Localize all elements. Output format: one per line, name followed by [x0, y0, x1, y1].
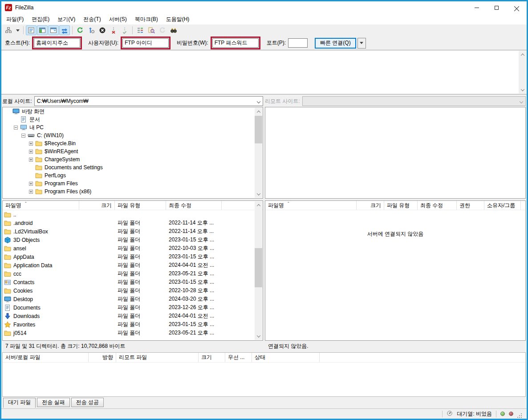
menu-item-5[interactable]: 북마크(B) [131, 14, 162, 24]
tree-item[interactable]: 바탕 화면 [3, 107, 263, 115]
file-row[interactable]: Downloads파일 폴더2024-04-01 오전 ... [3, 312, 263, 320]
tree-expander-minus-icon[interactable] [14, 126, 18, 130]
scrollbar-thumb[interactable] [255, 248, 262, 287]
local-list-scrollbar[interactable] [255, 201, 262, 340]
file-row[interactable]: .. [3, 210, 263, 219]
tree-item[interactable]: 문서 [3, 115, 263, 123]
file-row[interactable]: Desktop파일 폴더2024-03-20 오후 ... [3, 295, 263, 303]
file-row[interactable]: AppData파일 폴더2023-01-15 오후 ... [3, 253, 263, 261]
quickconnect-button[interactable]: 빠른 연결(Q) [315, 38, 356, 49]
scroll-up-icon[interactable] [255, 201, 262, 209]
column-header[interactable]: 서버/로컬 파일 [3, 353, 89, 362]
column-header[interactable]: 파일 유형 [384, 201, 418, 210]
cancel-operation-button[interactable] [97, 25, 108, 35]
column-header[interactable]: 크기 [357, 201, 384, 210]
column-header[interactable]: 우선 ... [225, 353, 252, 362]
tree-item[interactable]: Program Files (x86) [3, 188, 263, 196]
column-header[interactable]: 권한 [457, 201, 484, 210]
queue-tab-2[interactable]: 전송 성공 [71, 398, 104, 407]
message-log-pane[interactable] [1, 50, 527, 94]
toggle-remote-tree-button[interactable] [48, 25, 59, 35]
file-row[interactable]: ccc파일 폴더2023-05-21 오후 ... [3, 269, 263, 278]
column-header[interactable]: 파일명ˆ [265, 201, 357, 210]
column-header[interactable]: 크기 [79, 201, 115, 210]
tree-expander-plus-icon[interactable] [29, 142, 33, 146]
scroll-up-icon[interactable] [519, 51, 526, 58]
scroll-up-icon[interactable] [255, 108, 262, 115]
queue-tab-0[interactable]: 대기 파일 [3, 398, 36, 408]
file-row[interactable]: Favorites파일 폴더2023-01-15 오후 ... [3, 320, 263, 329]
toggle-message-log-button[interactable] [26, 25, 37, 35]
menu-item-0[interactable]: 파일(F) [2, 14, 28, 24]
file-row[interactable]: .android파일 폴더2022-11-14 오후 ... [3, 219, 263, 227]
file-row[interactable]: 3D Objects파일 폴더2023-01-15 오후 ... [3, 236, 263, 244]
minimize-button[interactable] [467, 1, 487, 14]
tree-item[interactable]: $Recycle.Bin [3, 139, 263, 147]
menu-item-3[interactable]: 전송(T) [79, 14, 105, 24]
queue-tab-1[interactable]: 전송 실패 [37, 398, 69, 407]
column-header[interactable]: 파일 유형 [115, 201, 166, 210]
column-header[interactable]: 최종 수정 [418, 201, 457, 210]
local-site-combobox[interactable]: C:₩Users₩Mycom₩ [34, 96, 263, 106]
tree-item[interactable]: Documents and Settings [3, 163, 263, 171]
username-input[interactable] [122, 38, 169, 48]
file-row[interactable]: .Ld2VirtualBox파일 폴더2022-11-14 오후 ... [3, 227, 263, 236]
file-row[interactable]: Cookies파일 폴더2022-10-28 오후 ... [3, 286, 263, 295]
scrollbar-thumb[interactable] [255, 116, 262, 143]
host-input[interactable] [34, 38, 80, 48]
column-header[interactable]: 방향 [89, 353, 116, 362]
password-input[interactable] [212, 38, 259, 48]
column-header[interactable]: 파일명ˆ [3, 201, 79, 210]
synchronized-browsing-button[interactable] [157, 25, 168, 35]
column-header[interactable]: 크기 [199, 353, 225, 362]
scroll-down-icon[interactable] [255, 190, 262, 198]
resize-grip[interactable] [517, 413, 523, 419]
filter-button[interactable] [135, 25, 146, 35]
port-input[interactable] [288, 38, 308, 48]
tree-expander-plus-icon[interactable] [29, 158, 33, 162]
tree-expander-plus-icon[interactable] [29, 190, 33, 194]
tree-item[interactable]: ChargeSystem [3, 155, 263, 163]
tree-expander-plus-icon[interactable] [29, 182, 33, 186]
file-row[interactable]: Application Data파일 폴더2024-04-01 오전 ... [3, 261, 263, 269]
process-queue-button[interactable] [86, 25, 97, 35]
tree-item[interactable]: C: (WIN10) [3, 131, 263, 139]
file-cell-type: 파일 폴더 [115, 236, 166, 244]
tree-expander-plus-icon[interactable] [29, 150, 33, 154]
menu-item-4[interactable]: 서버(S) [105, 14, 131, 24]
tree-expander-minus-icon[interactable] [21, 134, 25, 138]
scroll-down-icon[interactable] [519, 86, 526, 94]
directory-comparison-button[interactable] [146, 25, 157, 35]
toggle-transfer-queue-button[interactable] [59, 25, 70, 35]
tree-item[interactable]: Program Files [3, 179, 263, 188]
maximize-button[interactable] [487, 1, 507, 14]
quickconnect-dropdown-button[interactable] [357, 38, 366, 49]
menu-item-2[interactable]: 보기(V) [53, 14, 79, 24]
local-tree-scrollbar[interactable] [255, 108, 262, 198]
column-header[interactable]: 상태 [252, 353, 320, 362]
toggle-local-tree-icon [39, 27, 46, 34]
file-row[interactable]: ansel파일 폴더2022-10-03 오후 ... [3, 244, 263, 253]
queue-body[interactable] [3, 363, 525, 396]
toggle-local-tree-button[interactable] [37, 25, 48, 35]
column-header[interactable]: 소유자/그룹 [484, 201, 521, 210]
column-header[interactable]: 최종 수정 [166, 201, 222, 210]
find-files-button[interactable] [168, 25, 179, 35]
reconnect-button[interactable] [119, 25, 130, 35]
site-manager-dropdown-button[interactable] [14, 25, 21, 35]
close-button[interactable] [507, 1, 527, 14]
tree-item[interactable]: PerfLogs [3, 171, 263, 179]
file-row[interactable]: Documents파일 폴더2023-12-26 오후 ... [3, 303, 263, 312]
scroll-down-icon[interactable] [255, 332, 262, 340]
disconnect-button[interactable] [108, 25, 119, 35]
file-row[interactable]: Contacts파일 폴더2023-01-15 오후 ... [3, 278, 263, 286]
tree-item[interactable]: $WinREAgent [3, 147, 263, 155]
menu-item-6[interactable]: 도움말(H) [162, 14, 194, 24]
column-header[interactable]: 리모트 파일 [116, 353, 199, 362]
refresh-button[interactable] [75, 25, 85, 35]
file-row[interactable]: j0514파일 폴더2023-05-21 오후 ... [3, 329, 263, 337]
menu-item-1[interactable]: 편집(E) [28, 14, 53, 24]
tree-item[interactable]: 내 PC [3, 123, 263, 131]
message-log-scrollbar[interactable] [519, 51, 526, 94]
site-manager-button[interactable] [3, 25, 14, 35]
